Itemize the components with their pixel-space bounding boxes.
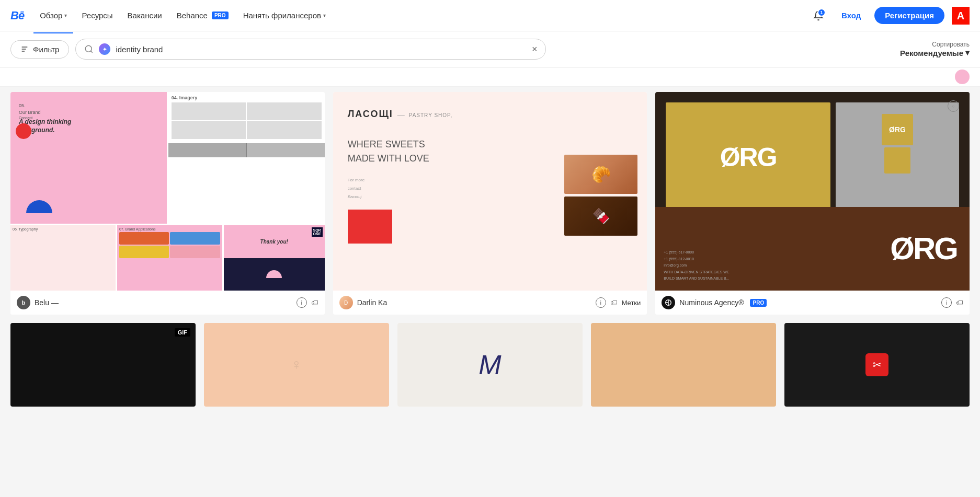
thumb-photo-cell <box>168 143 325 157</box>
pro-badge-3: PRO <box>750 299 767 307</box>
category-circles <box>0 67 980 87</box>
pastry-tagline: WHERE SWEETSMADE WITH LOVE <box>348 137 429 166</box>
author-name-2: Darlin Ka <box>357 298 388 307</box>
org-small-card: ØRG <box>882 114 913 145</box>
gallery-item-bottom-1[interactable]: GIF <box>10 323 196 407</box>
notifications-button[interactable]: 1 <box>809 6 828 25</box>
org-big-logo: ØRG <box>890 233 957 264</box>
footer-actions-2: i 🏷 Метки <box>596 297 641 308</box>
gallery-top-row: 05. Our Brand Concept A design thinkingp… <box>10 92 970 315</box>
nav-label-hire: Нанять фрилансеров <box>243 11 321 20</box>
org-contact-text: +1 (555) 617-0000 +1 (555) 812-0010 info… <box>664 249 729 282</box>
nav-label-obzor: Обзор <box>40 11 62 20</box>
gallery-item-3[interactable]: ØRG ØRG <box>655 92 970 315</box>
org-card-stack: ØRG ØRG <box>666 102 959 212</box>
sort-select[interactable]: Рекомендуемые ▾ <box>900 48 970 57</box>
gallery-bottom-row: GIF ♀ M <box>10 323 970 407</box>
sort-section: Сортировать Рекомендуемые ▾ <box>900 41 970 57</box>
gallery-item-bottom-2[interactable]: ♀ <box>204 323 389 407</box>
pastry-brand-row: ЛАСОЩІ — PASTRY SHOP, <box>348 109 453 122</box>
thumb-thank-you: Thank you! SQRONE <box>224 225 325 291</box>
org-logo-gold: ØRG <box>720 142 777 172</box>
author-avatar-1: b <box>17 296 30 309</box>
org-card-gold: ØRG <box>666 102 830 212</box>
gallery-item-1[interactable]: 05. Our Brand Concept A design thinkingp… <box>10 92 325 315</box>
search-clear-button[interactable]: × <box>532 44 538 54</box>
behance-logo[interactable]: Bē <box>10 9 24 22</box>
gallery-footer-2: D Darlin Ka i 🏷 Метки <box>333 291 647 315</box>
org-circle-mark: ○ <box>952 104 955 109</box>
blue-semicircle <box>26 200 52 213</box>
nav-item-vakansii[interactable]: Вакансии <box>121 8 168 23</box>
sqr-logo: SQRONE <box>312 227 323 237</box>
info-button-1[interactable]: i <box>297 297 307 308</box>
tag-icon-2[interactable]: 🏷 <box>610 298 618 307</box>
info-button-3[interactable]: i <box>941 297 952 308</box>
white-m-thumb-bg: M <box>397 323 583 407</box>
gallery-item-bottom-3[interactable]: M <box>397 323 583 407</box>
gallery-thumb-2: ЛАСОЩІ — PASTRY SHOP, WHERE SWEETSMADE W… <box>333 92 647 291</box>
info-button-2[interactable]: i <box>596 297 606 308</box>
org-tiny-card <box>884 147 910 174</box>
filter-icon <box>20 45 29 53</box>
pastry-thumb: ЛАСОЩІ — PASTRY SHOP, WHERE SWEETSMADE W… <box>333 92 647 291</box>
author-name-3: Numinous Agency® <box>679 298 744 307</box>
search-bar: Фильтр ✦ × Сортировать Рекомендуемые ▾ <box>0 31 980 67</box>
search-icon <box>84 44 94 54</box>
search-input-wrap: ✦ × <box>75 39 546 60</box>
sort-chevron-icon: ▾ <box>965 48 970 57</box>
nav-item-obzor[interactable]: Обзор ▾ <box>33 8 73 23</box>
gallery-footer-3: Numinous Agency® PRO i 🏷 <box>655 291 970 315</box>
adobe-icon: A <box>952 7 970 25</box>
pastry-shop-label: PASTRY SHOP, <box>409 112 453 118</box>
gallery-thumb-bottom-3: M <box>397 323 583 407</box>
register-button[interactable]: Регистрация <box>874 7 944 24</box>
peach2-thumb-bg <box>591 323 776 407</box>
scissors-icon: ✂ <box>873 359 882 371</box>
org-card-gray-content: ØRG <box>882 108 913 174</box>
m-letter: M <box>478 349 501 380</box>
filter-button[interactable]: Фильтр <box>10 40 69 59</box>
footer-actions-3: i 🏷 <box>941 297 963 308</box>
login-button[interactable]: Вход <box>835 8 867 23</box>
gallery-thumb-bottom-1: GIF <box>10 323 196 407</box>
svg-text:A: A <box>957 10 964 21</box>
gallery-thumb-3: ØRG ØRG <box>655 92 970 291</box>
gallery-thumb-bottom-4 <box>591 323 776 407</box>
gallery-item-bottom-4[interactable] <box>591 323 776 407</box>
thumb-white-cell: 04. Imagery <box>168 92 325 142</box>
nav-item-hire[interactable]: Нанять фрилансеров ▾ <box>237 8 332 23</box>
metki-label-2: Метки <box>622 299 641 307</box>
sort-value: Рекомендуемые <box>900 49 963 57</box>
adobe-logo[interactable]: A <box>952 7 970 25</box>
category-circle[interactable] <box>955 70 970 84</box>
navbar: Bē Обзор ▾ Ресурсы Вакансии Behance PRO … <box>0 0 980 31</box>
pastry-photo-1: 🥐 <box>564 155 637 194</box>
info-icon-1: i <box>301 299 302 306</box>
chevron-down-icon-hire: ▾ <box>323 13 326 18</box>
nav-items: Обзор ▾ Ресурсы Вакансии Behance PRO Нан… <box>33 8 809 23</box>
gallery-item-bottom-5[interactable]: ✂ <box>784 323 970 407</box>
org-card-gray: ØRG <box>836 102 959 212</box>
black-thumb-bg <box>10 323 196 407</box>
gallery-item-2[interactable]: ЛАСОЩІ — PASTRY SHOP, WHERE SWEETSMADE W… <box>333 92 647 315</box>
pastry-photo-2: 🍫 <box>564 197 637 236</box>
chevron-down-icon: ▾ <box>64 13 67 18</box>
author-name-1: Belu — <box>35 298 59 307</box>
org-small-text: ØRG <box>889 125 906 134</box>
filter-label: Фильтр <box>33 45 59 54</box>
thumb-tagline: A design thinkingplayground. <box>19 118 163 134</box>
gallery-thumb-1: 05. Our Brand Concept A design thinkingp… <box>10 92 325 291</box>
nav-label-resursy: Ресурсы <box>82 11 112 20</box>
search-input[interactable] <box>116 45 526 54</box>
thumb-right-col: 04. Imagery <box>168 92 325 157</box>
author-avatar-2: D <box>339 296 353 309</box>
tag-icon-3[interactable]: 🏷 <box>956 298 963 307</box>
nav-item-behance[interactable]: Behance PRO <box>170 8 235 23</box>
gallery-thumb-bottom-2: ♀ <box>204 323 389 407</box>
pro-badge: PRO <box>212 11 229 19</box>
tag-icon-1[interactable]: 🏷 <box>311 298 318 307</box>
nav-item-resursy[interactable]: Ресурсы <box>75 8 119 23</box>
org-circle-icon: ○ <box>948 100 959 112</box>
org-bottom: +1 (555) 617-0000 +1 (555) 812-0010 info… <box>655 207 970 291</box>
